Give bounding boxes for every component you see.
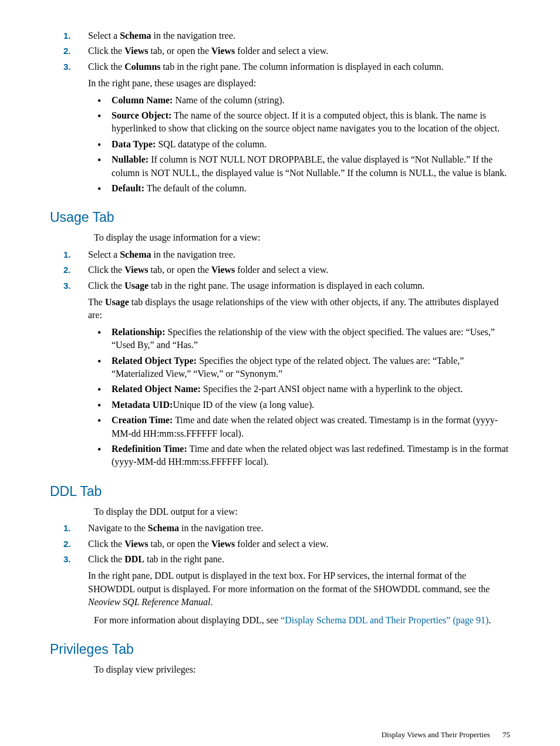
bullet-source-object: Source Object: The name of the source ob… [112, 109, 510, 136]
display-schema-ddl-link[interactable]: “Display Schema DDL and Their Properties… [281, 615, 488, 625]
usage-intro: To display the usage information for a v… [94, 231, 510, 244]
footer-title: Display Views and Their Properties [382, 730, 490, 739]
privileges-tab-heading: Privileges Tab [50, 640, 510, 659]
step-text: Navigate to the Schema in the navigation… [88, 523, 264, 533]
usage-bullets: Relationship: Specifies the relationship… [88, 326, 510, 469]
step-text: Click the Views tab, or open the Views f… [88, 46, 328, 56]
step-text: Click the Columns tab in the right pane.… [88, 62, 443, 72]
privileges-intro: To display view privileges: [94, 663, 510, 676]
step-2: 2. Click the Views tab, or open the View… [88, 538, 510, 551]
bullet-redefinition-time: Redefinition Time: Time and date when th… [112, 443, 510, 469]
step-text: Select a Schema in the navigation tree. [88, 249, 235, 259]
step-number: 3. [63, 60, 71, 73]
columns-steps: 1. Select a Schema in the navigation tre… [50, 29, 510, 195]
bullet-metadata-uid: Metadata UID:Unique ID of the view (a lo… [112, 399, 510, 411]
ddl-tab-heading: DDL Tab [50, 482, 510, 501]
bullet-column-name: Column Name: Name of the column (string)… [112, 94, 510, 107]
step-3: 3. Click the DDL tab in the right pane. … [88, 553, 510, 609]
bullet-related-object-type: Related Object Type: Specifies the objec… [112, 355, 510, 381]
step-3: 3. Click the Columns tab in the right pa… [88, 60, 510, 195]
bullet-relationship: Relationship: Specifies the relationship… [112, 326, 510, 352]
bullet-related-object-name: Related Object Name: Specifies the 2-par… [112, 383, 510, 396]
step-number: 3. [63, 553, 71, 565]
step-1: 1. Navigate to the Schema in the navigat… [88, 522, 510, 535]
usage-steps: 1. Select a Schema in the navigation tre… [50, 248, 510, 469]
step-2: 2. Click the Views tab, or open the View… [88, 264, 510, 276]
step-text: Click the Views tab, or open the Views f… [88, 265, 328, 275]
step-2: 2. Click the Views tab, or open the View… [88, 45, 510, 58]
usage-tab-heading: Usage Tab [50, 208, 510, 227]
step-text: Click the Usage tab in the right pane. T… [88, 281, 424, 291]
step-text: Select a Schema in the navigation tree. [88, 31, 235, 40]
bullet-default: Default: The default of the column. [112, 182, 510, 195]
ddl-intro: To display the DDL output for a view: [94, 505, 510, 518]
ddl-more-info: For more information about displaying DD… [94, 614, 510, 627]
step-number: 1. [63, 248, 71, 261]
step-text: Click the Views tab, or open the Views f… [88, 539, 328, 549]
step-text: Click the DDL tab in the right pane. [88, 554, 224, 564]
bullet-nullable: Nullable: If column is NOT NULL NOT DROP… [112, 153, 510, 180]
bullet-data-type: Data Type: SQL datatype of the column. [112, 138, 510, 151]
step-number: 1. [63, 29, 71, 42]
step-number: 2. [63, 45, 71, 57]
step-3: 3. Click the Usage tab in the right pane… [88, 279, 510, 469]
bullet-creation-time: Creation Time: Time and date when the re… [112, 414, 510, 440]
step-subtext: The Usage tab displays the usage relatio… [88, 296, 510, 322]
step-1: 1. Select a Schema in the navigation tre… [88, 29, 510, 42]
step-number: 3. [63, 279, 71, 292]
ddl-steps: 1. Navigate to the Schema in the navigat… [50, 522, 510, 609]
step-number: 2. [63, 264, 71, 276]
step-number: 1. [63, 522, 71, 534]
step-number: 2. [63, 538, 71, 550]
page-number: 75 [502, 730, 510, 740]
step-subtext: In the right pane, these usages are disp… [88, 77, 510, 90]
step-subtext: In the right pane, DDL output is display… [88, 569, 510, 609]
step-1: 1. Select a Schema in the navigation tre… [88, 248, 510, 261]
columns-bullets: Column Name: Name of the column (string)… [88, 94, 510, 195]
page-footer: Display Views and Their Properties 75 [50, 730, 510, 740]
